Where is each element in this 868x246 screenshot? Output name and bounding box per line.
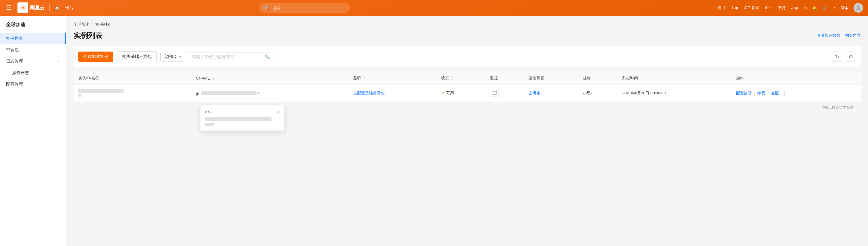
search-input-group[interactable]: 🔍: [189, 52, 273, 61]
instance-table: 实例ID/名称 CNAME ? 监听 ? 状态 ▽: [73, 72, 861, 102]
nav-enterprise[interactable]: 企业: [765, 5, 772, 10]
nav-app[interactable]: App: [791, 6, 798, 10]
nav-notification[interactable]: 🔔: [812, 6, 817, 10]
footer-text: ©稀土掘金技术社区: [822, 105, 854, 110]
unbind-link[interactable]: 去绑定: [529, 91, 540, 95]
sidebar-item-bandwidth[interactable]: 带宽包: [0, 44, 66, 56]
buy-guide-link[interactable]: 购买向导: [845, 33, 861, 38]
hamburger-icon[interactable]: ☰: [5, 3, 13, 13]
expire-cell: 2021年8月30日 00:00:00: [618, 85, 731, 102]
workbench-label: 工作台: [61, 5, 73, 10]
search-icon: 🔍: [264, 5, 270, 11]
tooltip-close-button[interactable]: ×: [277, 110, 279, 114]
filter-label: 实例ID: [164, 54, 176, 59]
main-content: 全球加速 / 实例列表 实例列表 查看加速效果 购买向导 创建加速实例 购买基础…: [66, 16, 868, 246]
col-cname: CNAME ?: [191, 72, 348, 85]
view-acceleration-link[interactable]: 查看加速效果: [817, 33, 840, 38]
search-input[interactable]: [272, 5, 346, 10]
cname-cell: g- ⎘: [191, 85, 348, 102]
breadcrumb-separator: /: [92, 22, 93, 27]
instance-name-blurred: [79, 94, 82, 97]
sidebar-item-operation-log[interactable]: 操作日志: [0, 67, 66, 79]
sidebar-group-log[interactable]: 日志管理 ∧: [0, 56, 66, 67]
breadcrumb-current: 实例列表: [95, 22, 111, 27]
status-check-icon: ✓: [441, 91, 445, 96]
sidebar-operation-log-label: 操作日志: [12, 70, 29, 75]
renew-link[interactable]: 续费: [757, 90, 765, 96]
sidebar-bandwidth-label: 带宽包: [6, 47, 19, 53]
footer: ©稀土掘金技术社区: [73, 102, 861, 113]
nav-lang[interactable]: 简体: [840, 5, 848, 10]
status-filter-icon[interactable]: ▽: [451, 76, 454, 80]
action-sep-2: |: [768, 91, 769, 96]
toolbar: 创建加速实例 购买基础带宽包 实例ID ▼ 🔍 ↻ ⚙: [73, 47, 861, 67]
settings-button[interactable]: ⚙: [846, 52, 856, 62]
logo-text: 阿里云: [30, 5, 44, 11]
table-header-row: 实例ID/名称 CNAME ? 监听 ? 状态 ▽: [73, 72, 861, 85]
chevron-up-icon: ∧: [57, 59, 60, 64]
nav-message[interactable]: ✉: [804, 6, 807, 10]
refresh-button[interactable]: ↻: [832, 52, 842, 62]
nav-ticket[interactable]: 工单: [731, 5, 738, 10]
action-links: 配置监听 | 续费 | 变配 ⋮: [736, 90, 856, 96]
col-listen: 监听 ?: [348, 72, 436, 85]
instance-cell: [73, 85, 191, 102]
nav-cart[interactable]: 🛒: [823, 6, 827, 10]
more-actions-button[interactable]: ⋮: [781, 90, 786, 96]
monitor-icon[interactable]: [490, 90, 498, 96]
sidebar-item-instance-list[interactable]: 实例列表: [0, 33, 66, 44]
expire-label: 2021年8月30日 00:00:00: [622, 91, 666, 95]
sidebar: 全球加速 实例列表 带宽包 日志管理 ∧ 操作日志 配额管理: [0, 16, 66, 246]
instance-id-group: [79, 89, 186, 97]
configure-monitor-link[interactable]: 配置监听: [736, 90, 752, 96]
refresh-icon: ↻: [835, 54, 839, 60]
sidebar-title: 全球加速: [0, 22, 66, 33]
home-icon: 🏠: [55, 5, 60, 10]
status-label: 可用: [446, 90, 454, 96]
logo[interactable]: 阿里云: [18, 2, 44, 13]
bandwidth-cell[interactable]: 去绑定: [524, 85, 578, 102]
change-spec-link[interactable]: 变配: [771, 90, 779, 96]
sidebar-item-quota[interactable]: 配额管理: [0, 79, 66, 90]
search-submit-icon[interactable]: 🔍: [265, 54, 270, 59]
tooltip-header: ga- ×: [205, 110, 279, 114]
col-expire: 到期时间: [618, 72, 731, 85]
cname-help-icon[interactable]: ?: [213, 76, 215, 81]
nav-icp[interactable]: ICP 备案: [744, 5, 759, 10]
id-search-input[interactable]: [192, 54, 262, 59]
nav-support[interactable]: 支持: [778, 5, 786, 10]
status-ok: ✓ 可用: [441, 90, 480, 96]
workbench-link[interactable]: 🏠 工作台: [55, 5, 73, 10]
cname-prefix: g-: [196, 91, 199, 96]
sidebar-log-label: 日志管理: [6, 59, 23, 64]
logo-icon: [18, 2, 28, 13]
configure-bandwidth-link[interactable]: 先配置基础带宽包: [353, 91, 384, 95]
col-action: 操作: [731, 72, 861, 85]
listen-help-icon[interactable]: ?: [364, 76, 366, 80]
filter-chevron-icon: ▼: [179, 55, 182, 59]
breadcrumb: 全球加速 / 实例列表: [73, 22, 861, 27]
search-bar[interactable]: 🔍: [259, 3, 350, 13]
create-instance-button[interactable]: 创建加速实例: [79, 52, 113, 62]
nav-cost[interactable]: 费用: [717, 5, 725, 10]
monitor-cell: [485, 85, 524, 102]
tooltip-title: ga-: [205, 110, 211, 114]
breadcrumb-parent[interactable]: 全球加速: [73, 22, 89, 27]
col-instance: 实例ID/名称: [73, 72, 191, 85]
col-monitor: 监控: [485, 72, 524, 85]
nav-help[interactable]: ?: [833, 6, 835, 10]
table-container: 实例ID/名称 CNAME ? 监听 ? 状态 ▽: [73, 72, 861, 102]
layout: 全球加速 实例列表 带宽包 日志管理 ∧ 操作日志 配额管理 全球加速 / 实例…: [0, 16, 868, 246]
nav-divider: [50, 4, 50, 11]
top-nav: ☰ 阿里云 🏠 工作台 🔍 费用 工单 ICP 备案 企业 支持 App ✉ 🔔…: [0, 0, 868, 16]
listen-cell[interactable]: 先配置基础带宽包: [348, 85, 436, 102]
buy-bandwidth-button[interactable]: 购买基础带宽包: [117, 51, 157, 62]
table-row: g- ⎘ 先配置基础带宽包 ✓ 可用: [73, 85, 861, 102]
col-spec: 规格: [578, 72, 618, 85]
filter-select[interactable]: 实例ID ▼: [160, 52, 185, 61]
copy-icon[interactable]: ⎘: [257, 91, 260, 96]
sidebar-quota-label: 配额管理: [6, 82, 23, 87]
tooltip-popup: ga- ×: [200, 105, 284, 131]
avatar[interactable]: [854, 3, 863, 13]
spec-cell: 小型l: [578, 85, 618, 102]
